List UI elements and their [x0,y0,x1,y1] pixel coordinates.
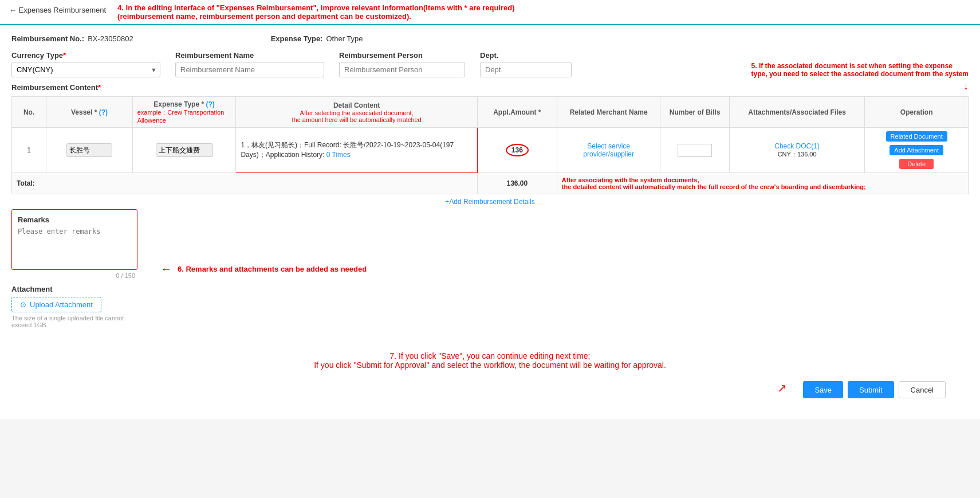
cell-detail: 1，林友(见习船长)；Full Record: 长胜号/2022-10-19~2… [236,128,477,173]
save-button[interactable]: Save [803,381,843,398]
reimbursement-no-value: BX-23050802 [88,34,133,43]
footer-area: 7. If you click "Save", you can continue… [11,340,969,410]
currency-type-label: Currency Type* [11,51,160,60]
dept-input[interactable] [480,62,572,77]
attachment-title: Attachment [11,285,137,293]
upload-label: Upload Attachment [30,300,93,309]
reimbursement-person-input[interactable] [339,62,465,77]
top-bar: ← Expenses Reimbursement 4. In the editi… [0,0,980,25]
reimbursement-name-label: Reimbursement Name [175,51,324,60]
reimbursement-name-input[interactable] [175,62,324,77]
col-operation: Operation [865,97,969,128]
remarks-title: Remarks [18,215,131,224]
top-instruction: 4. In the editing interface of "Expenses… [117,3,515,21]
footer-buttons: ↗ Save Submit Cancel [23,381,957,398]
cell-amount: 136 [477,128,557,173]
example-text: example：Crew Transportation Allowence [137,108,231,124]
footer-instruction: 7. If you click "Save", you can continue… [314,351,666,370]
history-link[interactable]: 0 Times [326,151,351,159]
arrow-left-icon: ← [160,262,172,276]
col-vessel: Vessel * (?) [46,97,133,128]
upload-attachment-button[interactable]: ⊙ Upload Attachment [11,297,101,312]
remarks-box: Remarks [11,209,137,270]
check-doc-amount: CNY：136.00 [778,151,817,158]
col-bills: Number of Bills [660,97,729,128]
check-doc-link[interactable]: Check DOC(1) [774,142,820,150]
col-merchant: Related Merchant Name [557,97,660,128]
char-count: 0 / 150 [116,272,135,279]
dept-label: Dept. [480,51,572,60]
total-row: Total: 136.00 After associating with the… [12,173,969,194]
reimbursement-no-label: Reimbursement No.: [11,34,84,43]
cell-bills[interactable] [660,128,729,173]
header-info: Reimbursement No.: BX-23050802 Expense T… [11,34,969,43]
upload-icon: ⊙ [20,300,26,309]
back-link[interactable]: ← Expenses Reimbursement [9,6,106,14]
bills-input[interactable] [678,144,712,157]
cancel-button[interactable]: Cancel [899,381,946,398]
cell-vessel[interactable]: 长胜号 [46,128,133,173]
reimbursement-content-section: Reimbursement Content* 5. If the associa… [11,83,969,209]
submit-button[interactable]: Submit [848,381,894,398]
add-attachment-button[interactable]: Add Attachment [890,145,943,155]
col-detail: Detail Content After selecting the assoc… [236,97,477,128]
select-service-link[interactable]: Select serviceprovider/supplier [583,142,634,158]
col-attachments: Attachments/Associated Files [729,97,864,128]
remarks-textarea[interactable] [18,228,131,262]
cell-expense-type[interactable]: 上下船交通费 [132,128,236,173]
col-amount: Appl.Amount * [477,97,557,128]
total-label: Total: [12,173,478,194]
col-expense-type: Expense Type * (?) example：Crew Transpor… [132,97,236,128]
delete-button[interactable]: Delete [899,159,934,169]
cell-attachments: Check DOC(1) CNY：136.00 [729,128,864,173]
reimbursement-person-label: Reimbursement Person [339,51,465,60]
cell-operation: Related Document Add Attachment Delete [865,128,969,173]
bottom-section: Remarks 0 / 150 Attachment ⊙ Upload Atta… [11,209,969,328]
footer-arrow-icon: ↗ [777,381,787,395]
cell-no: 1 [12,128,46,173]
table-row: 1 长胜号 上下船交通费 1，林友(见习船长)；Full [12,128,969,173]
vessel-select[interactable]: 长胜号 [66,143,112,157]
remarks-column: Remarks 0 / 150 Attachment ⊙ Upload Atta… [11,209,137,328]
add-reimbursement-details[interactable]: +Add Reimbursement Details [11,194,969,209]
expense-type-value: Other Type [326,34,363,43]
reimbursement-table: No. Vessel * (?) Expense Type * (?) exam… [11,96,969,194]
cell-merchant[interactable]: Select serviceprovider/supplier [557,128,660,173]
col-no: No. [12,97,46,128]
expense-type-label: Expense Type: [271,34,323,43]
related-doc-annotation: 5. If the associated document is set whe… [751,62,969,92]
amount-value: 136 [506,144,529,156]
remarks-annotation: 6. Remarks and attachments can be added … [178,265,367,273]
operation-buttons: Related Document Add Attachment Delete [869,131,963,169]
remarks-annotation-col: ← 6. Remarks and attachments can be adde… [137,209,969,328]
related-document-button[interactable]: Related Document [886,131,947,142]
attachment-section: Attachment ⊙ Upload Attachment The size … [11,285,137,328]
total-amount: 136.00 [477,173,557,194]
expense-type-select[interactable]: 上下船交通费 [156,143,213,157]
currency-type-select[interactable]: CNY(CNY) [11,62,160,77]
upload-hint: The size of a single uploaded file canno… [11,315,137,328]
